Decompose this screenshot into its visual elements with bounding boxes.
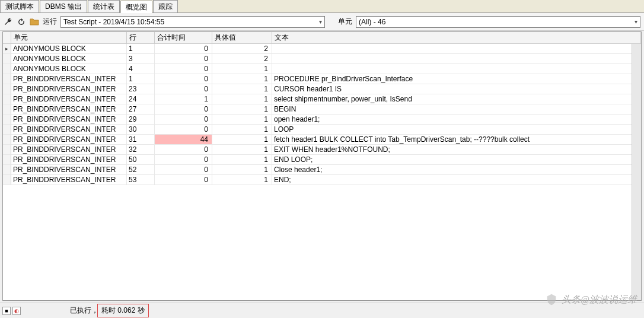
run-label: 运行: [43, 17, 57, 27]
cell-line: 53: [127, 175, 155, 185]
cell-total: 1: [155, 94, 212, 104]
col-total-time[interactable]: 合计时间: [155, 32, 212, 43]
cell-unit: ANONYMOUS BLOCK: [11, 64, 127, 74]
script-dropdown[interactable]: Test Script - 2019/4/15 10:54:55: [60, 16, 325, 28]
loading-icon[interactable]: ◐: [12, 307, 21, 315]
cell-text: END LOOP;: [272, 155, 641, 164]
cell-val: 2: [212, 44, 272, 53]
cell-text: select shipmentnumber, power_unit, IsSen…: [272, 94, 641, 104]
row-indicator: [3, 64, 11, 74]
table-row[interactable]: ANONYMOUS BLOCK401: [3, 64, 641, 74]
table-row[interactable]: PR_BINDDRIVERSCAN_INTER31441fetch header…: [3, 135, 641, 145]
row-indicator: [3, 115, 11, 124]
table-row[interactable]: PR_BINDDRIVERSCAN_INTER2301CURSOR header…: [3, 84, 641, 94]
tab-bar: 测试脚本 DBMS 输出 统计表 概览图 跟踪: [0, 0, 644, 13]
cell-text: [272, 44, 641, 53]
table-row[interactable]: ▸ANONYMOUS BLOCK102: [3, 44, 641, 54]
cell-unit: PR_BINDDRIVERSCAN_INTER: [11, 104, 127, 114]
cell-val: 1: [212, 104, 272, 114]
col-unit[interactable]: 单元: [11, 32, 127, 43]
toolbar: 运行 Test Script - 2019/4/15 10:54:55 单元 (…: [0, 13, 644, 31]
cell-total: 0: [155, 155, 212, 164]
row-indicator: [3, 54, 11, 63]
cell-line: 23: [127, 84, 155, 94]
cell-line: 32: [127, 145, 155, 154]
table-row[interactable]: PR_BINDDRIVERSCAN_INTER5201Close header1…: [3, 165, 641, 175]
cell-total: 0: [155, 54, 212, 63]
cell-val: 1: [212, 74, 272, 84]
cell-total: 0: [155, 175, 212, 185]
table-row[interactable]: PR_BINDDRIVERSCAN_INTER3001LOOP: [3, 125, 641, 135]
cell-unit: PR_BINDDRIVERSCAN_INTER: [11, 145, 127, 154]
cell-total: 0: [155, 104, 212, 114]
status-bar: ■ ◐ 已执行， 耗时 0.062 秒: [0, 303, 644, 318]
status-elapsed: 耗时 0.062 秒: [97, 304, 149, 317]
tab-overview[interactable]: 概览图: [120, 1, 152, 13]
cell-val: 1: [212, 165, 272, 174]
cell-total: 44: [155, 135, 212, 144]
indicator-header: [3, 32, 11, 43]
table-row[interactable]: ANONYMOUS BLOCK302: [3, 54, 641, 64]
folder-icon[interactable]: [30, 17, 39, 27]
tab-test-script[interactable]: 测试脚本: [0, 0, 39, 12]
row-indicator: [3, 135, 11, 144]
cell-val: 1: [212, 64, 272, 74]
cell-val: 1: [212, 125, 272, 134]
tab-trace[interactable]: 跟踪: [153, 0, 178, 12]
cell-unit: ANONYMOUS BLOCK: [11, 54, 127, 63]
cell-total: 0: [155, 84, 212, 94]
cell-line: 52: [127, 165, 155, 174]
table-row[interactable]: PR_BINDDRIVERSCAN_INTER101PROCEDURE pr_B…: [3, 74, 641, 84]
col-line[interactable]: 行: [127, 32, 155, 43]
cell-val: 1: [212, 84, 272, 94]
cell-text: EXIT WHEN header1%NOTFOUND;: [272, 145, 641, 154]
vertical-scrollbar[interactable]: [632, 44, 641, 300]
tab-dbms-output[interactable]: DBMS 输出: [40, 0, 87, 12]
row-indicator: [3, 104, 11, 114]
profiler-grid: 单元 行 合计时间 具体值 文本 ▸ANONYMOUS BLOCK102ANON…: [2, 31, 642, 301]
cell-line: 1: [127, 44, 155, 53]
row-indicator: [3, 165, 11, 174]
cell-total: 0: [155, 165, 212, 174]
cell-val: 1: [212, 175, 272, 185]
stop-icon[interactable]: ■: [2, 307, 11, 315]
cell-val: 1: [212, 155, 272, 164]
cell-text: fetch header1 BULK COLLECT into Tab_Temp…: [272, 135, 641, 144]
cell-total: 0: [155, 64, 212, 74]
grid-body[interactable]: ▸ANONYMOUS BLOCK102ANONYMOUS BLOCK302ANO…: [3, 44, 641, 300]
cell-unit: PR_BINDDRIVERSCAN_INTER: [11, 84, 127, 94]
cell-text: LOOP: [272, 125, 641, 134]
row-indicator: [3, 125, 11, 134]
col-value[interactable]: 具体值: [212, 32, 272, 43]
cell-val: 1: [212, 94, 272, 104]
table-row[interactable]: PR_BINDDRIVERSCAN_INTER2411select shipme…: [3, 94, 641, 104]
row-indicator: [3, 155, 11, 164]
cell-line: 27: [127, 104, 155, 114]
table-row[interactable]: PR_BINDDRIVERSCAN_INTER5301END;: [3, 175, 641, 185]
cell-val: 1: [212, 115, 272, 124]
cell-unit: PR_BINDDRIVERSCAN_INTER: [11, 165, 127, 174]
table-row[interactable]: PR_BINDDRIVERSCAN_INTER2901open header1;: [3, 115, 641, 125]
cell-unit: PR_BINDDRIVERSCAN_INTER: [11, 135, 127, 144]
cell-total: 0: [155, 125, 212, 134]
table-row[interactable]: PR_BINDDRIVERSCAN_INTER2701BEGIN: [3, 104, 641, 115]
cell-val: 2: [212, 54, 272, 63]
unit-dropdown[interactable]: (All) - 46: [356, 16, 640, 28]
wrench-icon[interactable]: [4, 17, 13, 27]
row-indicator: [3, 94, 11, 104]
refresh-icon[interactable]: [17, 17, 26, 27]
cell-unit: PR_BINDDRIVERSCAN_INTER: [11, 115, 127, 124]
cell-unit: ANONYMOUS BLOCK: [11, 44, 127, 53]
grid-header: 单元 行 合计时间 具体值 文本: [3, 32, 641, 44]
cell-text: open header1;: [272, 115, 641, 124]
row-indicator: [3, 175, 11, 185]
cell-unit: PR_BINDDRIVERSCAN_INTER: [11, 94, 127, 104]
row-indicator: [3, 74, 11, 84]
cell-val: 1: [212, 135, 272, 144]
cell-text: [272, 64, 641, 74]
table-row[interactable]: PR_BINDDRIVERSCAN_INTER3201EXIT WHEN hea…: [3, 145, 641, 155]
col-text[interactable]: 文本: [272, 32, 641, 43]
table-row[interactable]: PR_BINDDRIVERSCAN_INTER5001END LOOP;: [3, 155, 641, 165]
tab-stats[interactable]: 统计表: [88, 0, 120, 12]
cell-text: END;: [272, 175, 641, 185]
